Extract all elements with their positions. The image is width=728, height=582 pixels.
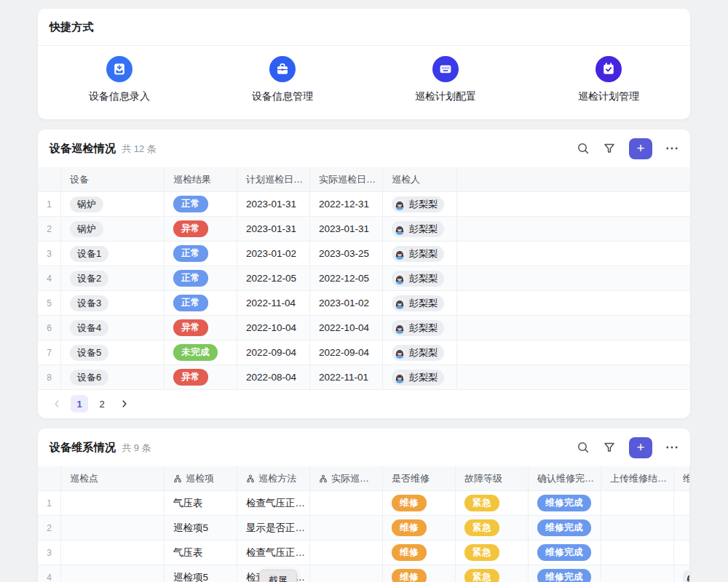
column-label: 设备 [70, 173, 89, 186]
cell-text: 2022-08-04 [246, 372, 296, 383]
add-record-button[interactable]: + [629, 138, 652, 159]
person-name: 彭梨梨 [409, 371, 438, 384]
shortcut-inspection-plan-config[interactable]: 巡检计划配置 [364, 56, 527, 103]
table-cell: 检查气压正… [237, 541, 310, 565]
column-label: 巡检项 [186, 472, 214, 485]
cell-text: 2022-09-04 [246, 347, 296, 358]
status-badge: 异常 [173, 319, 208, 336]
status-badge: 维修完成 [537, 495, 591, 511]
table-cell: 检查气压正… [237, 491, 310, 515]
page-button-1[interactable]: 1 [71, 395, 88, 412]
table-cell: 正常 [165, 291, 237, 315]
page-button-2[interactable]: 2 [93, 395, 111, 412]
avatar [394, 347, 405, 359]
cell-text: 气压表 [173, 546, 203, 559]
table-cell: 彭梨梨 [383, 192, 457, 216]
table-cell [310, 541, 383, 565]
table-cell: 紧急 [456, 491, 529, 515]
column-header: 实际巡… [310, 466, 383, 490]
table-cell [601, 541, 674, 565]
briefcase-icon [269, 56, 296, 82]
inspection-card: 设备巡检情况 共 12 条 + 设备巡检结果计划巡检日…实际巡检日…巡检人1锅炉… [38, 129, 690, 418]
inspection-header: 设备巡检情况 共 12 条 + [38, 129, 690, 167]
row-number: 3 [38, 541, 61, 565]
table-cell [310, 565, 383, 582]
person-chip: 彭梨梨 [392, 246, 444, 262]
table-cell: 维修 [383, 491, 456, 515]
table-cell: 异常 [165, 217, 237, 241]
column-header: 巡检项 [165, 466, 237, 490]
table-cell: 2023-03-25 [310, 242, 383, 266]
table-cell: 设备4 [61, 316, 165, 340]
shortcuts-header: 快捷方式 [38, 9, 690, 46]
filter-icon[interactable] [603, 142, 616, 155]
table-row: 4巡检项5检查是否泄…维修紧急维修完成 [38, 565, 690, 582]
search-icon[interactable] [577, 441, 590, 454]
more-icon[interactable] [665, 441, 678, 454]
maintenance-count: 共 9 条 [122, 442, 151, 455]
maintenance-table: 巡检点巡检项巡检方法实际巡…是否维修故障等级确认维修完…上传维修结…维1气压表检… [38, 466, 690, 582]
row-filler [457, 365, 690, 389]
row-number: 2 [38, 217, 61, 241]
filter-icon[interactable] [603, 441, 616, 454]
column-header: 是否维修 [383, 466, 456, 490]
table-cell: 2022-11-01 [310, 365, 383, 389]
header-filler [457, 167, 690, 191]
row-number-header [38, 167, 61, 191]
cell-text: 2023-01-02 [246, 248, 296, 259]
table-cell: 设备2 [61, 266, 165, 290]
person-chip: 彭梨梨 [392, 320, 444, 336]
person-chip [683, 570, 690, 582]
prev-page-button[interactable] [48, 395, 66, 412]
keyboard-icon [432, 56, 459, 82]
screenshot-tooltip: 截屏 [259, 570, 297, 582]
table-row: 3设备1正常2023-01-022023-03-25彭梨梨 [38, 242, 690, 266]
table-cell: 2022-09-04 [237, 340, 310, 364]
cell-text: 气压表 [173, 497, 203, 510]
avatar [394, 223, 405, 235]
status-badge: 紧急 [464, 495, 499, 511]
cell-text: 2023-01-31 [246, 199, 296, 210]
person-chip: 彭梨梨 [392, 295, 444, 311]
table-cell: 彭梨梨 [383, 242, 457, 266]
more-icon[interactable] [665, 142, 678, 155]
column-label: 实际巡检日… [319, 173, 376, 186]
cell-text: 2023-01-31 [246, 223, 296, 234]
table-cell: 2022-09-04 [310, 340, 383, 364]
table-cell: 彭梨梨 [383, 316, 457, 340]
status-badge: 维修 [392, 569, 427, 582]
table-cell: 2022-10-04 [237, 316, 310, 340]
lookup-icon [173, 474, 182, 483]
row-filler [457, 266, 690, 290]
table-cell: 正常 [165, 242, 237, 266]
table-cell: 维修完成 [529, 516, 601, 540]
table-cell: 彭梨梨 [383, 365, 457, 389]
table-cell: 2022-08-04 [237, 365, 310, 389]
shortcut-device-info-entry[interactable]: 设备信息录入 [38, 56, 201, 103]
shortcuts-card: 快捷方式 设备信息录入设备信息管理巡检计划配置巡检计划管理 [38, 9, 690, 119]
table-header-row: 设备巡检结果计划巡检日…实际巡检日…巡检人 [38, 167, 690, 192]
status-badge: 紧急 [464, 544, 499, 561]
column-label: 维 [683, 472, 690, 485]
column-label: 巡检方法 [258, 472, 296, 485]
calendar-check-icon [596, 56, 622, 82]
table-cell: 维修完成 [529, 541, 601, 565]
table-cell: 2022-11-04 [237, 291, 310, 315]
tag-pill: 设备4 [70, 320, 108, 336]
column-header: 计划巡检日… [237, 167, 310, 191]
status-badge: 维修 [392, 519, 427, 536]
table-cell: 维修 [383, 516, 456, 540]
table-cell: 设备5 [61, 340, 165, 364]
cell-text: 2022-09-04 [319, 347, 369, 358]
lookup-icon [246, 474, 255, 483]
tag-pill: 锅炉 [70, 196, 103, 212]
maintenance-card: 设备维系情况 共 9 条 + 巡检点巡检项巡检方法实际巡…是否维修故障等级确认维… [38, 428, 690, 582]
table-row: 3气压表检查气压正…维修紧急维修完成 [38, 541, 690, 565]
search-icon[interactable] [577, 142, 590, 155]
next-page-button[interactable] [116, 395, 133, 412]
cell-text: 2022-10-04 [246, 322, 296, 333]
table-header-row: 巡检点巡检项巡检方法实际巡…是否维修故障等级确认维修完…上传维修结…维 [38, 466, 690, 491]
add-record-button[interactable]: + [629, 437, 652, 458]
shortcut-device-info-manage[interactable]: 设备信息管理 [201, 56, 364, 103]
shortcut-inspection-plan-manage[interactable]: 巡检计划管理 [527, 56, 690, 103]
